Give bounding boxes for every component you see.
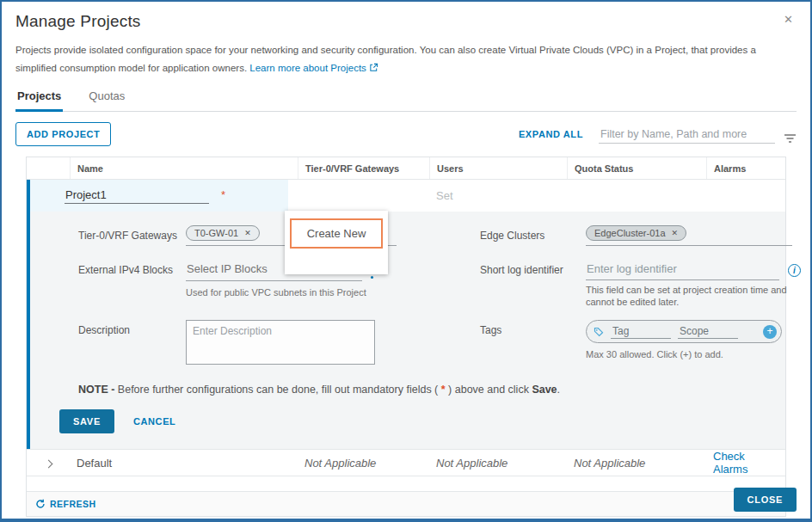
column-header-quota-status: Quota Status <box>567 157 706 179</box>
column-header-name: Name <box>70 157 298 179</box>
tier0-gateways-label: Tier-0/VRF Gateways <box>78 225 186 246</box>
scope-input[interactable] <box>678 324 738 339</box>
new-project-edit-panel: * Set Create New Tier-0/VRF Gateways <box>27 180 785 449</box>
column-header-expander <box>27 157 70 179</box>
tags-helper-text: Max 30 allowed. Click (+) to add. <box>586 348 782 360</box>
row-tier0-value: Not Applicable <box>298 457 429 470</box>
short-log-identifier-label: Short log identifier <box>480 260 586 308</box>
gateway-dropdown-popup: Create New <box>285 211 388 274</box>
column-header-alarms: Alarms <box>706 157 785 179</box>
info-icon[interactable]: i <box>788 264 801 277</box>
edge-cluster-chip: EdgeCluster-01a ✕ <box>586 225 686 241</box>
project-name-input[interactable] <box>65 187 209 204</box>
projects-table: Name Tier-0/VRF Gateways Users Quota Sta… <box>26 157 786 517</box>
tier0-gateway-chip: T0-GW-01 ✕ <box>186 225 260 241</box>
external-link-icon <box>369 63 378 72</box>
column-header-users: Users <box>429 157 567 179</box>
learn-more-link[interactable]: Learn more about Projects <box>249 63 378 73</box>
chip-remove-icon[interactable]: ✕ <box>244 229 251 237</box>
chip-remove-icon[interactable]: ✕ <box>672 229 679 237</box>
tags-label: Tags <box>480 320 586 368</box>
mandatory-fields-note: NOTE - Before further configurations can… <box>78 384 766 396</box>
close-button[interactable]: CLOSE <box>734 488 797 512</box>
close-icon[interactable]: ✕ <box>784 14 793 25</box>
tag-icon <box>594 327 604 337</box>
save-button[interactable]: SAVE <box>59 409 114 433</box>
external-ipv4-blocks-label: External IPv4 Blocks <box>78 260 186 308</box>
users-set-link: Set <box>436 189 453 202</box>
tab-quotas[interactable]: Quotas <box>87 86 126 111</box>
external-ip-helper-text: Used for public VPC subnets in this Proj… <box>186 286 480 298</box>
page-title: Manage Projects <box>15 12 797 31</box>
edge-clusters-field[interactable]: EdgeCluster-01a ✕ <box>586 225 792 246</box>
add-tag-button[interactable]: + <box>763 325 777 339</box>
table-row-default: Default Not Applicable Not Applicable No… <box>27 449 785 476</box>
row-quota-value: Not Applicable <box>567 457 706 470</box>
description-text: Projects provide isolated configuration … <box>15 45 756 73</box>
project-form: Tier-0/VRF Gateways T0-GW-01 ✕ <box>30 212 785 449</box>
column-header-tier0: Tier-0/VRF Gateways <box>298 157 429 179</box>
tab-bar: Projects Quotas <box>15 86 797 112</box>
expand-row-icon[interactable] <box>45 459 53 468</box>
tags-field: + <box>586 320 782 343</box>
table-footer: REFRESH 1 - 1 of 1 <box>27 491 785 516</box>
short-log-identifier-input[interactable] <box>586 260 779 280</box>
filter-icon[interactable] <box>784 133 797 144</box>
cancel-button[interactable]: CANCEL <box>133 416 175 427</box>
tab-projects[interactable]: Projects <box>15 86 63 112</box>
empty-row <box>27 476 785 491</box>
refresh-icon <box>35 499 46 509</box>
expand-all-link[interactable]: EXPAND ALL <box>519 129 583 139</box>
refresh-button[interactable]: REFRESH <box>35 499 96 509</box>
short-log-helper-text: This field can be set at project creatio… <box>586 284 801 308</box>
add-project-button[interactable]: ADD PROJECT <box>15 122 111 146</box>
edge-clusters-label: Edge Clusters <box>480 225 586 246</box>
manage-projects-dialog: Manage Projects ✕ Projects provide isola… <box>0 0 812 522</box>
dialog-description: Projects provide isolated configuration … <box>15 41 772 77</box>
required-marker: * <box>221 188 225 201</box>
description-label: Description <box>78 320 186 368</box>
project-name-row: * Set <box>30 180 785 212</box>
toolbar: ADD PROJECT EXPAND ALL <box>15 122 797 146</box>
description-textarea[interactable] <box>186 320 375 365</box>
row-name: Default <box>70 457 298 470</box>
filter-input[interactable] <box>599 126 775 144</box>
check-alarms-link[interactable]: Check Alarms <box>706 450 785 476</box>
table-header-row: Name Tier-0/VRF Gateways Users Quota Sta… <box>27 157 785 180</box>
create-new-menu-item[interactable]: Create New <box>290 218 383 249</box>
tag-input[interactable] <box>611 324 671 339</box>
row-users-value: Not Applicable <box>429 457 567 470</box>
